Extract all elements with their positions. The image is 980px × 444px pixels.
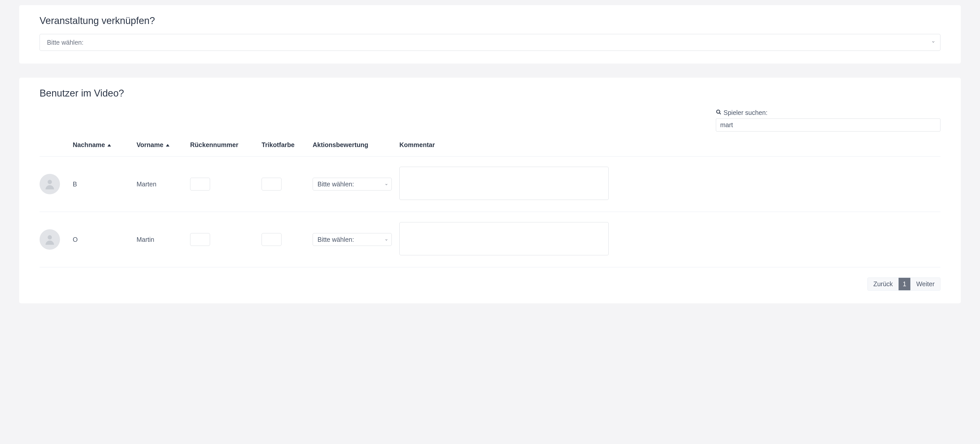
- nachname-cell: B: [73, 156, 137, 212]
- col-kommentar[interactable]: Kommentar: [399, 137, 940, 156]
- event-link-title: Veranstaltung verknüpfen?: [40, 15, 940, 26]
- table-row: B Marten Bitte wählen:: [40, 156, 940, 212]
- avatar: [40, 174, 60, 194]
- vorname-cell: Marten: [137, 156, 190, 212]
- next-button[interactable]: Weiter: [911, 278, 940, 290]
- sort-asc-icon: [107, 144, 111, 146]
- comment-textarea[interactable]: [399, 222, 609, 255]
- nachname-cell: O: [73, 212, 137, 267]
- event-link-card: Veranstaltung verknüpfen? Bitte wählen:: [19, 5, 961, 64]
- event-select[interactable]: Bitte wählen:: [40, 34, 940, 51]
- svg-point-3: [48, 235, 52, 239]
- avatar: [40, 229, 60, 250]
- users-title: Benutzer im Video?: [40, 88, 940, 99]
- player-search-input[interactable]: [716, 118, 940, 132]
- table-row: O Martin Bitte wählen:: [40, 212, 940, 267]
- players-table: Nachname Vorname Rückennummer Trikotfarb…: [40, 137, 940, 267]
- col-trikotfarbe[interactable]: Trikotfarbe: [262, 137, 313, 156]
- jersey-color-input[interactable]: [262, 233, 282, 246]
- jersey-number-input[interactable]: [190, 233, 210, 246]
- search-label: Spieler suchen:: [716, 109, 940, 116]
- jersey-color-input[interactable]: [262, 178, 282, 191]
- rating-select[interactable]: Bitte wählen:: [313, 178, 392, 191]
- rating-select[interactable]: Bitte wählen:: [313, 233, 392, 246]
- search-row: Spieler suchen:: [40, 109, 940, 132]
- col-vorname[interactable]: Vorname: [137, 137, 190, 156]
- sort-asc-icon: [166, 144, 169, 146]
- page-number[interactable]: 1: [899, 278, 911, 290]
- col-nachname[interactable]: Nachname: [73, 137, 137, 156]
- comment-textarea[interactable]: [399, 167, 609, 200]
- svg-point-2: [48, 180, 52, 184]
- prev-button[interactable]: Zurück: [868, 278, 899, 290]
- col-aktionsbewertung[interactable]: Aktionsbewertung: [313, 137, 399, 156]
- pagination: Zurück 1 Weiter: [867, 277, 940, 291]
- vorname-cell: Martin: [137, 212, 190, 267]
- users-in-video-card: Benutzer im Video? Spieler suchen: Nachn…: [19, 78, 961, 303]
- search-icon: [716, 109, 721, 116]
- svg-line-1: [719, 113, 721, 115]
- jersey-number-input[interactable]: [190, 178, 210, 191]
- event-select-wrapper: Bitte wählen:: [40, 34, 940, 51]
- svg-point-0: [717, 110, 720, 113]
- col-ruckennummer[interactable]: Rückennummer: [190, 137, 262, 156]
- col-avatar: [40, 137, 73, 156]
